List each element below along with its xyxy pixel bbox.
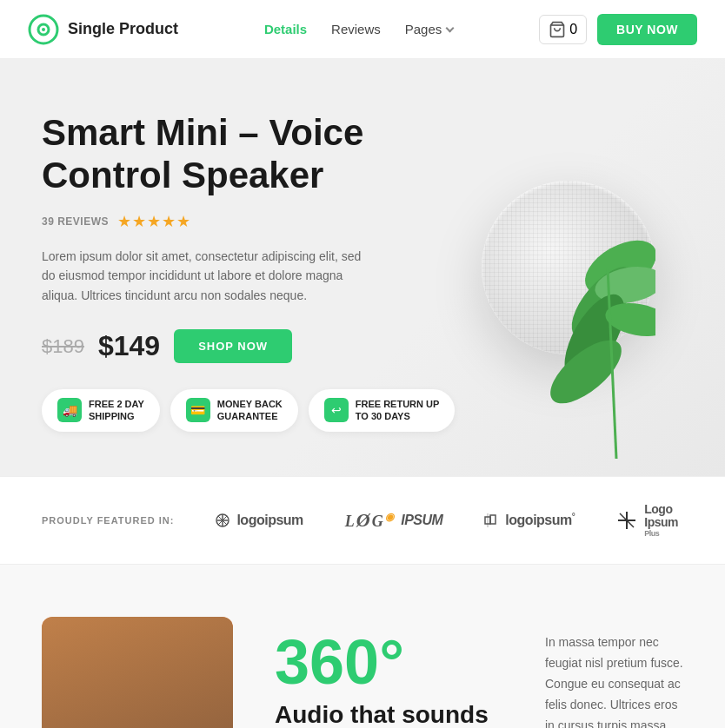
badges-row: 🚚 FREE 2 DAYSHIPPING 💳 MONEY BACKGUARANT… — [42, 389, 459, 432]
svg-point-2 — [42, 28, 45, 31]
shop-now-button[interactable]: SHOP NOW — [174, 329, 292, 363]
star-rating: ★★★★★ — [117, 212, 191, 231]
nav-reviews[interactable]: Reviews — [331, 22, 381, 36]
return-icon: ↩ — [324, 398, 349, 422]
cart-icon — [549, 21, 566, 38]
logo-2: LØG◉ IPSUM — [345, 509, 443, 532]
section-title: Audio that soundsamazing from every — [275, 700, 503, 728]
old-price: $189 — [42, 335, 84, 358]
featured-label: PROUDLY FEATURED IN: — [42, 515, 174, 526]
navbar: Single Product Details Reviews Pages 0 B… — [0, 0, 725, 59]
logo-1: logoipsum — [216, 513, 303, 528]
shipping-icon: 🚚 — [57, 398, 82, 422]
navbar-actions: 0 BUY NOW — [539, 14, 697, 45]
svg-rect-17 — [490, 515, 496, 524]
badge-return: ↩ FREE RETURN UPTO 30 DAYS — [309, 389, 456, 432]
buy-now-button[interactable]: BUY NOW — [597, 14, 697, 45]
book-stack-visual: New York City Retail Authority — [42, 617, 233, 728]
chevron-down-icon — [446, 24, 455, 33]
nav-pages[interactable]: Pages — [405, 22, 454, 36]
logo4-icon — [616, 510, 637, 531]
logo3-icon — [484, 513, 498, 527]
logo-3: logoipsum° — [484, 512, 575, 528]
product-title: Smart Mini – Voice Control Speaker — [42, 112, 459, 196]
badge-return-text: FREE RETURN UPTO 30 DAYS — [356, 398, 440, 423]
section-360-mid: 360° Audio that soundsamazing from every — [275, 631, 503, 728]
cart-count: 0 — [569, 22, 577, 37]
product-description: Lorem ipsum dolor sit amet, consectetur … — [42, 247, 372, 305]
hero-content: Smart Mini – Voice Control Speaker 39 RE… — [42, 112, 459, 431]
reviews-count: 39 REVIEWS — [42, 215, 109, 228]
logo-4: Logo Ipsum Plus — [616, 503, 678, 538]
section-360-right: In massa tempor nec feugiat nisl pretium… — [545, 632, 683, 728]
product-book-image: New York City Retail Authority — [42, 617, 233, 728]
nav-details[interactable]: Details — [264, 22, 307, 36]
badge-money-back: 💳 MONEY BACKGUARANTEE — [170, 389, 298, 432]
logos-row: logoipsum LØG◉ IPSUM logoipsum° Logo Ips… — [216, 503, 683, 538]
brand-name: Single Product — [68, 20, 178, 38]
product-image — [482, 181, 655, 354]
hero-section: Smart Mini – Voice Control Speaker 39 RE… — [0, 59, 725, 476]
section-360: New York City Retail Authority 360° Audi… — [0, 565, 725, 728]
price-row: $189 $149 SHOP NOW — [42, 329, 459, 363]
reviews-row: 39 REVIEWS ★★★★★ — [42, 212, 459, 231]
money-back-icon: 💳 — [186, 398, 210, 422]
badge-money-back-text: MONEY BACKGUARANTEE — [217, 398, 283, 423]
cart-button[interactable]: 0 — [539, 15, 587, 44]
featured-section: PROUDLY FEATURED IN: logoipsum LØG◉ IPSU… — [0, 476, 725, 565]
new-price: $149 — [98, 330, 160, 362]
360-number: 360° — [275, 631, 503, 693]
nav-links: Details Reviews Pages — [264, 22, 453, 36]
badge-shipping-text: FREE 2 DAYSHIPPING — [89, 398, 144, 423]
logo1-icon — [216, 513, 229, 527]
brand: Single Product — [28, 14, 178, 45]
section-description: In massa tempor nec feugiat nisl pretium… — [545, 632, 683, 728]
plant-decoration — [534, 198, 655, 459]
brand-logo-icon — [28, 14, 59, 45]
plant-icon — [534, 198, 655, 459]
badge-shipping: 🚚 FREE 2 DAYSHIPPING — [42, 389, 160, 432]
